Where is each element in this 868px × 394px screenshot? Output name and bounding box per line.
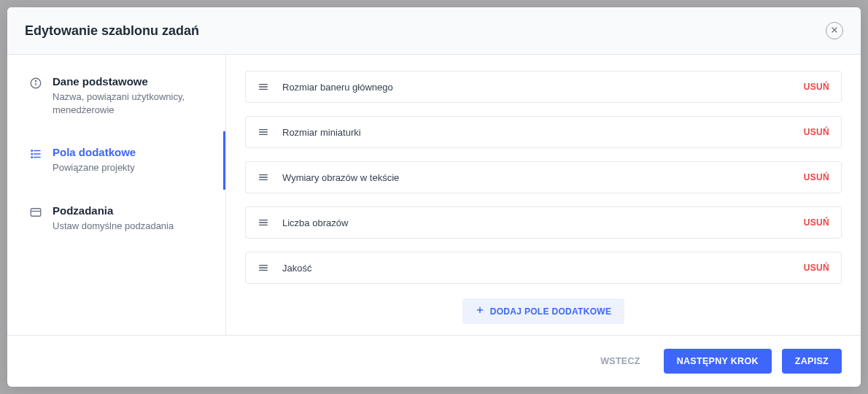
- add-field-button[interactable]: DODAJ POLE DODATKOWE: [462, 298, 624, 324]
- svg-point-4: [35, 80, 36, 81]
- field-name: Jakość: [282, 263, 804, 274]
- list-icon: [29, 147, 42, 161]
- back-button[interactable]: WSTECZ: [587, 349, 654, 374]
- sidebar-item-custom-fields[interactable]: Pola dodatkowe Powiązane projekty: [7, 131, 225, 189]
- close-button[interactable]: [826, 22, 843, 39]
- sidebar-item-sub: Nazwa, powiązani użytkownicy, menedżerow…: [53, 90, 206, 117]
- modal-body: Dane podstawowe Nazwa, powiązani użytkow…: [7, 55, 861, 335]
- svg-rect-11: [31, 208, 41, 216]
- sidebar-item-texts: Podzadania Ustaw domyślne podzadania: [53, 204, 206, 233]
- save-button[interactable]: ZAPISZ: [782, 349, 842, 374]
- modal: Edytowanie szablonu zadań Dane podstawow…: [7, 7, 861, 387]
- delete-button[interactable]: USUŃ: [804, 127, 829, 137]
- add-field-label: DODAJ POLE DODATKOWE: [490, 306, 611, 317]
- sidebar-item-basic-data[interactable]: Dane podstawowe Nazwa, powiązani użytkow…: [7, 61, 225, 131]
- delete-button[interactable]: USUŃ: [804, 172, 829, 182]
- sidebar-item-label: Dane podstawowe: [53, 75, 206, 88]
- sidebar-item-sub: Powiązane projekty: [53, 161, 206, 174]
- field-name: Rozmiar baneru głównego: [282, 82, 804, 93]
- content-area: Rozmiar baneru głównego USUŃ Rozmiar min…: [226, 55, 861, 335]
- info-icon: [29, 77, 42, 90]
- sidebar-item-sub: Ustaw domyślne podzadania: [53, 220, 206, 233]
- add-row-container: DODAJ POLE DODATKOWE: [245, 298, 842, 324]
- plus-icon: [476, 306, 484, 317]
- modal-footer: WSTECZ NASTĘPNY KROK ZAPISZ: [7, 335, 861, 387]
- field-row: Rozmiar baneru głównego USUŃ: [245, 71, 842, 103]
- sidebar-item-label: Pola dodatkowe: [53, 146, 206, 158]
- sidebar-item-subtasks[interactable]: Podzadania Ustaw domyślne podzadania: [7, 190, 225, 247]
- field-name: Rozmiar miniaturki: [282, 127, 804, 138]
- next-step-button[interactable]: NASTĘPNY KROK: [664, 349, 772, 374]
- sidebar-item-label: Podzadania: [53, 204, 206, 217]
- field-row: Liczba obrazów USUŃ: [245, 206, 842, 239]
- field-row: Wymiary obrazów w tekście USUŃ: [245, 161, 842, 193]
- close-icon: [830, 26, 839, 36]
- field-row: Jakość USUŃ: [245, 252, 842, 284]
- delete-button[interactable]: USUŃ: [804, 263, 829, 273]
- svg-point-10: [31, 157, 33, 158]
- sidebar-item-texts: Pola dodatkowe Powiązane projekty: [53, 146, 206, 174]
- field-name: Liczba obrazów: [282, 217, 804, 228]
- field-row: Rozmiar miniaturki USUŃ: [245, 116, 842, 148]
- delete-button[interactable]: USUŃ: [804, 217, 829, 228]
- drag-handle-icon[interactable]: [257, 126, 269, 138]
- drag-handle-icon[interactable]: [257, 262, 269, 274]
- field-name: Wymiary obrazów w tekście: [282, 172, 804, 183]
- field-list: Rozmiar baneru głównego USUŃ Rozmiar min…: [245, 71, 842, 284]
- svg-point-9: [31, 154, 33, 155]
- drag-handle-icon[interactable]: [257, 171, 269, 183]
- drag-handle-icon[interactable]: [257, 81, 269, 93]
- delete-button[interactable]: USUŃ: [804, 82, 829, 92]
- modal-header: Edytowanie szablonu zadań: [7, 7, 861, 55]
- sidebar: Dane podstawowe Nazwa, powiązani użytkow…: [7, 55, 226, 335]
- svg-point-8: [31, 150, 33, 152]
- sidebar-item-texts: Dane podstawowe Nazwa, powiązani użytkow…: [53, 75, 206, 117]
- drag-handle-icon[interactable]: [257, 217, 269, 228]
- card-icon: [29, 206, 42, 219]
- modal-title: Edytowanie szablonu zadań: [25, 23, 199, 39]
